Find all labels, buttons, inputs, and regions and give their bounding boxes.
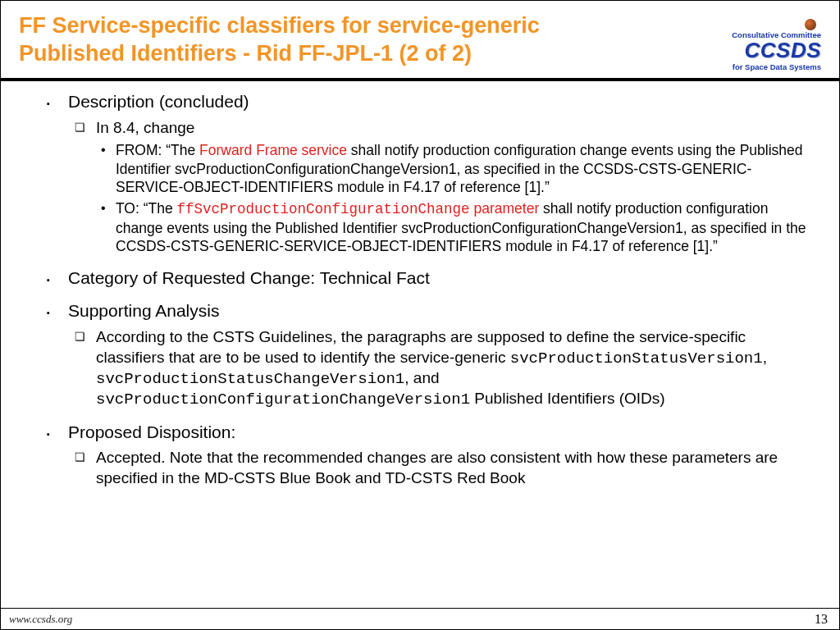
content-area: ▪Description (concluded)❏In 8.4, change•… [1,81,839,608]
text-run: , [763,349,767,366]
globe-icon [805,19,816,30]
text-run: , and [404,369,439,386]
bullet-list: ▪Description (concluded)❏In 8.4, change•… [47,91,808,488]
list-item: •TO: “The ffSvcProductionConfigurationCh… [101,199,808,255]
bullet-icon: ▪ [47,422,68,444]
bullet-icon: ▪ [47,267,68,290]
list-item: ▪Description (concluded)❏In 8.4, change•… [47,91,808,256]
list-item-text: According to the CSTS Guidelines, the pa… [96,327,808,409]
text-run: parameter [470,200,540,217]
sublist: •FROM: “The Forward Frame service shall … [101,141,808,255]
text-run: FROM: “The [116,142,199,158]
sublist: ❏In 8.4, change•FROM: “The Forward Frame… [75,118,808,256]
list-item: ▪Supporting Analysis❏According to the CS… [47,300,808,409]
list-item-text: FROM: “The Forward Frame service shall n… [116,141,808,196]
bullet-icon: • [101,199,116,255]
list-item-text: Category of Requested Change: Technical … [68,267,808,290]
slide-title: FF Service-specific classifiers for serv… [19,12,544,68]
header: FF Service-specific classifiers for serv… [1,1,839,78]
slide: FF Service-specific classifiers for serv… [0,0,840,630]
bullet-icon: ❏ [75,118,96,138]
text-run: svcProductionStatusVersion1 [510,349,763,368]
text-run: TO: “The [116,200,177,217]
bullet-icon: ❏ [75,327,96,409]
bullet-icon: ▪ [47,300,68,322]
list-item: ▪Category of Requested Change: Technical… [47,267,808,290]
list-item-text: TO: “The ffSvcProductionConfigurationCha… [116,199,808,255]
list-item-text: Supporting Analysis [68,300,808,322]
bullet-icon: ❏ [75,448,96,488]
page-number: 13 [815,612,828,627]
sublist: ❏Accepted. Note that the recommended cha… [75,448,808,488]
list-item: ▪Proposed Disposition:❏Accepted. Note th… [47,422,808,489]
text-run: ffSvcProductionConfigurationChange [177,201,470,217]
text-run: Forward Frame service [199,142,347,158]
list-item-text: Description (concluded) [68,91,808,113]
list-item-text: Accepted. Note that the recommended chan… [96,448,808,488]
text-run: Published Identifiers (OIDs) [470,390,665,407]
footer: www.ccsds.org 13 [1,608,839,629]
list-item: •FROM: “The Forward Frame service shall … [101,141,808,196]
footer-url: www.ccsds.org [9,613,72,626]
list-item: ❏Accepted. Note that the recommended cha… [75,448,808,488]
sublist: ❏According to the CSTS Guidelines, the p… [75,327,808,409]
list-item: ❏According to the CSTS Guidelines, the p… [75,327,808,409]
logo-line2: for Space Data Systems [659,62,821,71]
text-run: svcProductionStatusChangeVersion1 [96,370,404,388]
text-run: svcProductionConfigurationChangeVersion1 [96,390,470,409]
list-item-text: In 8.4, change [96,118,808,138]
list-item-text: Proposed Disposition: [68,422,808,444]
list-item: ❏In 8.4, change•FROM: “The Forward Frame… [75,118,808,256]
bullet-icon: • [101,141,116,196]
ccsds-logo: Consultative Committee CCSDS for Space D… [659,12,821,71]
bullet-icon: ▪ [47,91,68,113]
logo-brand: CCSDS [744,38,821,62]
